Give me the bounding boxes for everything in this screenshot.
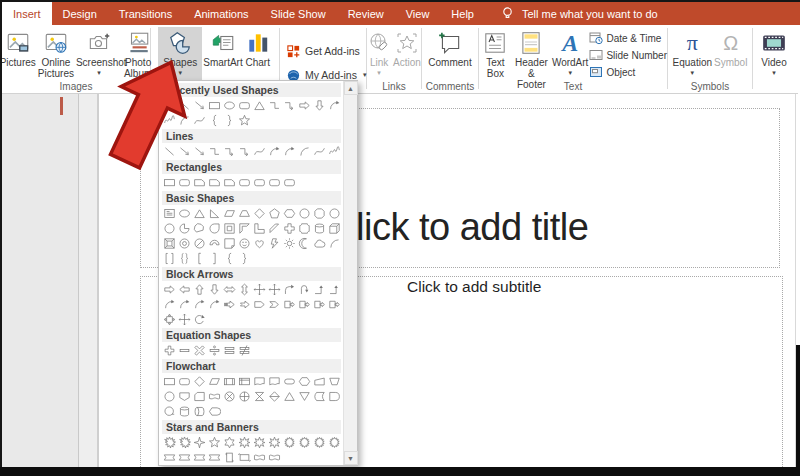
smartart-button[interactable]: SmartArt [202, 27, 243, 68]
shape-elbowarrow2[interactable] [237, 144, 252, 159]
shape-roundrect[interactable] [177, 374, 192, 389]
shape-arc[interactable] [327, 236, 342, 251]
shape-star7[interactable] [237, 435, 252, 450]
shape-star6[interactable] [222, 435, 237, 450]
shape-arrowlr[interactable] [222, 282, 237, 297]
shape-star12[interactable] [282, 435, 297, 450]
chart-button[interactable]: Chart [244, 27, 272, 68]
shape-notched[interactable] [237, 297, 252, 312]
shape-ribbon2[interactable] [177, 450, 192, 465]
wordart-button[interactable]: A WordArt ▾ [551, 27, 590, 76]
online-pictures-button[interactable]: Online Pictures [37, 27, 75, 79]
shape-calloutl[interactable] [312, 297, 327, 312]
shape-bentup[interactable] [312, 282, 327, 297]
shape-fcoffpage[interactable] [177, 389, 192, 404]
shape-chevron[interactable] [267, 297, 282, 312]
shape-circulararrow[interactable] [192, 312, 207, 327]
shape-dblwave[interactable] [267, 450, 282, 465]
shape-elbowarrow[interactable] [282, 98, 297, 113]
shape-eqtimes[interactable] [192, 343, 207, 358]
shape-curvel[interactable] [162, 297, 177, 312]
shape-fcdirect[interactable] [192, 404, 207, 419]
shape-striped[interactable] [222, 297, 237, 312]
shape-cross[interactable] [282, 221, 297, 236]
shape-triangle[interactable] [252, 98, 267, 113]
tab-design[interactable]: Design [52, 2, 108, 25]
shape-decagon[interactable] [327, 206, 342, 221]
shapes-menu-scrollbar[interactable]: ▲ ▼ [343, 81, 357, 465]
shape-rttriangle[interactable] [207, 206, 222, 221]
action-button[interactable]: Action [392, 27, 422, 68]
shape-scribble[interactable] [327, 144, 342, 159]
shape-can[interactable] [312, 221, 327, 236]
shape-corner[interactable] [252, 221, 267, 236]
shape-heptagon[interactable] [297, 206, 312, 221]
shape-star16[interactable] [297, 435, 312, 450]
screenshot-button[interactable]: Screenshot ▾ [75, 27, 123, 76]
shape-arc[interactable] [297, 144, 312, 159]
get-addins-button[interactable]: Get Add-ins [286, 44, 360, 59]
shape-donut[interactable] [177, 236, 192, 251]
shape-arrowl[interactable] [177, 282, 192, 297]
shape-pentarrow[interactable] [252, 297, 267, 312]
shape-fctape[interactable] [207, 389, 222, 404]
shape-elbow[interactable] [267, 98, 282, 113]
shape-fcmanin[interactable] [312, 374, 327, 389]
shape-fccard[interactable] [192, 389, 207, 404]
shape-arrowtri[interactable] [267, 282, 282, 297]
video-button[interactable]: Video ▾ [760, 27, 788, 76]
shape-dblbrace[interactable] [177, 251, 192, 266]
shape-elbow[interactable] [207, 144, 222, 159]
shape-pentagon[interactable] [267, 206, 282, 221]
symbol-button[interactable]: Ω Symbol [713, 27, 748, 68]
shape-fcterm[interactable] [282, 374, 297, 389]
shape-diamond[interactable] [252, 206, 267, 221]
tab-review[interactable]: Review [337, 2, 395, 25]
tab-view[interactable]: View [395, 2, 441, 25]
shape-blockarc[interactable] [207, 236, 222, 251]
shape-round2[interactable] [252, 175, 267, 190]
shape-fcconn[interactable] [162, 389, 177, 404]
tab-animations[interactable]: Animations [183, 2, 259, 25]
shape-fcprep[interactable] [297, 374, 312, 389]
shape-explosion1[interactable] [162, 435, 177, 450]
shape-curvearrow2[interactable] [282, 144, 297, 159]
shape-cloud[interactable] [312, 236, 327, 251]
shape-ribbon3[interactable] [192, 450, 207, 465]
shape-rect[interactable] [162, 374, 177, 389]
shape-heart[interactable] [252, 236, 267, 251]
tab-transitions[interactable]: Transitions [108, 2, 183, 25]
tab-insert[interactable]: Insert [2, 2, 52, 25]
shape-fcor[interactable] [237, 389, 252, 404]
shape-calloutquad[interactable] [162, 312, 177, 327]
shape-fcmerge[interactable] [297, 389, 312, 404]
shape-fcstored[interactable] [312, 389, 327, 404]
shape-star4[interactable] [192, 435, 207, 450]
shape-bolt[interactable] [267, 236, 282, 251]
shape-bevel[interactable] [162, 236, 177, 251]
shape-hexagon[interactable] [282, 206, 297, 221]
shape-eqplus[interactable] [162, 343, 177, 358]
shape-scrollh[interactable] [237, 450, 252, 465]
text-box-button[interactable]: Text Box [479, 27, 512, 79]
shape-oval[interactable] [177, 206, 192, 221]
shape-halfframe[interactable] [237, 221, 252, 236]
shape-curveu[interactable] [192, 297, 207, 312]
shape-wave[interactable] [252, 450, 267, 465]
shape-nosymbol[interactable] [192, 236, 207, 251]
shape-oval[interactable] [222, 98, 237, 113]
shape-fcdisplay[interactable] [207, 404, 222, 419]
shape-snipdiag[interactable] [222, 175, 237, 190]
shape-fcsort[interactable] [267, 389, 282, 404]
shape-eqdiv[interactable] [207, 343, 222, 358]
shape-chord[interactable] [192, 221, 207, 236]
tell-me-box[interactable]: Tell me what you want to do [501, 2, 658, 25]
shape-explosion2[interactable] [177, 435, 192, 450]
shape-star24[interactable] [312, 435, 327, 450]
shape-teardrop[interactable] [207, 221, 222, 236]
shape-scrollv[interactable] [222, 450, 237, 465]
shape-fcseq[interactable] [162, 404, 177, 419]
shape-fcinternal[interactable] [237, 374, 252, 389]
shape-cube[interactable] [327, 221, 342, 236]
shape-pie[interactable] [177, 221, 192, 236]
